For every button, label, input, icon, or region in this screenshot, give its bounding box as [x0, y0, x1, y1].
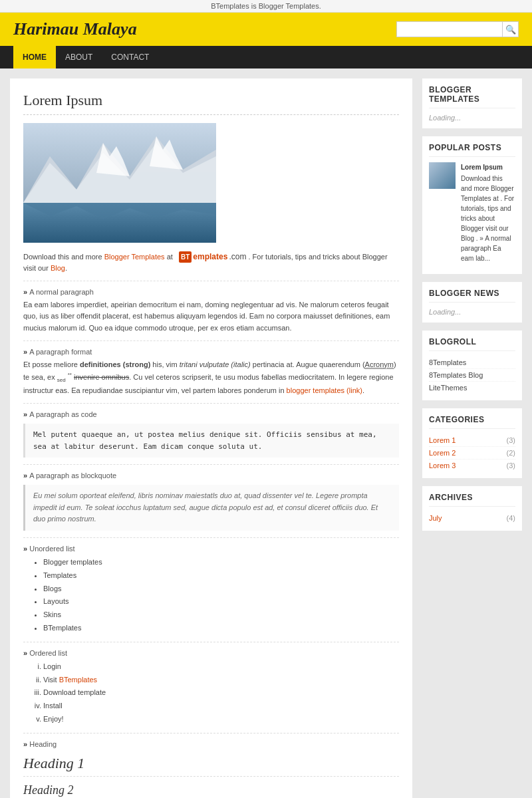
category-count: (2)	[507, 449, 515, 457]
widget-archives-title: ARCHIVES	[429, 493, 515, 507]
content-wrapper: Lorem Ipsum	[0, 68, 532, 798]
category-label[interactable]: Lorem 2	[429, 449, 456, 457]
widget-blogger-templates: BLOGGER TEMPLATES Loading...	[422, 78, 522, 128]
post-h2: Heading 2	[23, 783, 399, 798]
post-image	[23, 123, 216, 243]
section-code-heading: A paragraph as code	[23, 410, 399, 418]
widget-categories-title: CATEGORIES	[429, 415, 515, 429]
category-label[interactable]: Lorem 3	[429, 462, 456, 469]
category-count: (3)	[507, 436, 515, 444]
header: Harimau Malaya 🔍	[0, 13, 532, 46]
blog-link[interactable]: Blog	[51, 264, 65, 272]
ordered-list: Login Visit BTemplates Download template…	[43, 660, 399, 726]
list-item: Blogger templates	[43, 556, 399, 569]
widget-archives: ARCHIVES July (4)	[422, 486, 522, 531]
nav-item-about[interactable]: ABOUT	[56, 46, 102, 68]
widget-blogger-news-loading: Loading...	[429, 308, 515, 316]
category-count: (3)	[507, 462, 515, 469]
divider-3	[23, 403, 399, 404]
post-description: Download this and more Blogger Templates…	[23, 251, 399, 274]
blockquote-block: Eu mei solum oporteat eleifend, libris n…	[23, 485, 399, 531]
archive-item: July (4)	[429, 512, 515, 524]
section-unordered-heading: Unordered list	[23, 545, 399, 553]
nav-item-contact[interactable]: CONTACT	[102, 46, 158, 68]
popular-post-content: Lorem Ipsum Download this and more Blogg…	[461, 162, 515, 263]
list-item: Enjoy!	[43, 713, 399, 726]
category-item: Lorem 1 (3)	[429, 434, 515, 447]
blogger-templates-link[interactable]: Blogger Templates	[104, 253, 165, 261]
popular-post-title: Lorem Ipsum	[461, 162, 515, 172]
divider-1	[23, 281, 399, 281]
normal-para-text: Ea eam labores imperdiet, apeirian democ…	[23, 299, 399, 334]
top-bar: BTemplates is Blogger Templates.	[0, 0, 532, 13]
archive-label[interactable]: July	[429, 514, 442, 522]
list-item: Install	[43, 700, 399, 713]
divider-4	[23, 464, 399, 465]
section-blockquote-heading: A paragraph as blockquote	[23, 471, 399, 479]
popular-post-thumb	[429, 162, 456, 189]
divider-2	[23, 340, 399, 341]
category-item: Lorem 2 (2)	[429, 447, 515, 460]
section-para-format-heading: A paragraph format	[23, 348, 399, 356]
widget-popular-posts-title: POPULAR POSTS	[429, 143, 515, 157]
divider-5	[23, 537, 399, 538]
section-normal-para-heading: A normal paragraph	[23, 288, 399, 296]
list-item: Templates	[43, 569, 399, 583]
blogroll-item[interactable]: 8Templates	[429, 356, 515, 369]
category-item: Lorem 3 (3)	[429, 460, 515, 471]
list-item: Login	[43, 660, 399, 674]
search-form[interactable]: 🔍	[396, 21, 519, 37]
search-input[interactable]	[396, 21, 503, 37]
top-bar-text: BTemplates is Blogger Templates.	[211, 2, 321, 10]
blogroll-item[interactable]: 8Templates Blog	[429, 369, 515, 382]
list-item: Blogs	[43, 583, 399, 596]
widget-blogger-templates-loading: Loading...	[429, 114, 515, 122]
post-h1: Heading 1	[23, 755, 399, 777]
blogger-templates-link2[interactable]: blogger templates (link)	[287, 386, 362, 394]
list-item: Layouts	[43, 595, 399, 608]
sidebar: BLOGGER TEMPLATES Loading... POPULAR POS…	[422, 78, 522, 798]
post-title: Lorem Ipsum	[23, 92, 399, 115]
archive-count: (4)	[507, 514, 515, 522]
section-ordered-heading: Ordered list	[23, 649, 399, 657]
site-title[interactable]: Harimau Malaya	[13, 19, 137, 39]
list-item: BTemplates	[43, 622, 399, 635]
widget-blogger-templates-title: BLOGGER TEMPLATES	[429, 85, 515, 108]
list-item: Download template	[43, 686, 399, 700]
divider-7	[23, 733, 399, 733]
para-format-text: Et posse meliore definitiones (strong) h…	[23, 359, 399, 396]
divider-6	[23, 642, 399, 642]
popular-post-item: Lorem Ipsum Download this and more Blogg…	[429, 162, 515, 263]
search-button[interactable]: 🔍	[503, 21, 519, 37]
popular-post-excerpt: Download this and more Blogger Templates…	[461, 174, 515, 263]
main-nav: HOME ABOUT CONTACT	[0, 46, 532, 68]
category-label[interactable]: Lorem 1	[429, 436, 456, 444]
augue-link[interactable]: Augue quaerendum	[296, 360, 360, 368]
unordered-list: Blogger templates Templates Blogs Layout…	[43, 556, 399, 635]
nav-item-home[interactable]: HOME	[13, 46, 56, 68]
list-item: Visit BTemplates	[43, 674, 399, 687]
btemplates-ordered-link[interactable]: BTemplates	[59, 676, 97, 684]
code-block: Mel putent quaeque an, ut postea melius …	[23, 424, 399, 458]
list-item: Skins	[43, 608, 399, 622]
widget-categories: CATEGORIES Lorem 1 (3) Lorem 2 (2) Lorem…	[422, 408, 522, 478]
section-heading-label: Heading	[23, 740, 399, 748]
blogroll-item[interactable]: LiteThemes	[429, 382, 515, 394]
widget-blogroll: BLOGROLL 8Templates 8Templates Blog Lite…	[422, 331, 522, 400]
widget-blogger-news-title: BLOGGER NEWS	[429, 289, 515, 303]
widget-popular-posts: POPULAR POSTS Lorem Ipsum Download this …	[422, 136, 522, 274]
main-content: Lorem Ipsum	[10, 78, 412, 798]
widget-blogger-news: BLOGGER NEWS Loading...	[422, 282, 522, 323]
widget-blogroll-title: BLOGROLL	[429, 337, 515, 351]
